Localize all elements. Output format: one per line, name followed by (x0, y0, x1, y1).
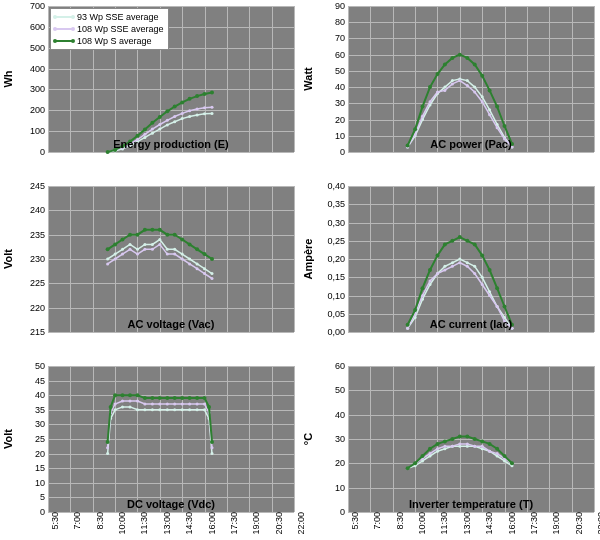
y-tick: 0,30 (327, 218, 348, 228)
y-tick: 60 (335, 50, 348, 60)
panel-dc-voltage: 051015202530354045505:307:008:3010:0011:… (0, 360, 300, 540)
y-tick: 235 (30, 230, 48, 240)
svg-point-185 (136, 408, 139, 411)
svg-point-270 (473, 437, 477, 441)
svg-point-81 (450, 56, 454, 60)
y-tick: 50 (335, 385, 348, 395)
svg-point-215 (109, 405, 113, 409)
svg-point-205 (158, 403, 161, 406)
svg-point-117 (196, 267, 199, 270)
svg-point-168 (428, 268, 432, 272)
svg-point-92 (121, 248, 124, 251)
y-tick: 50 (335, 66, 348, 76)
legend-label: 93 Wp SSE average (77, 12, 159, 22)
svg-point-86 (488, 88, 492, 92)
plot-area: 0102030405060708090 (348, 6, 594, 152)
svg-point-88 (503, 124, 507, 128)
y-tick: 80 (335, 17, 348, 27)
x-tick: 11:30 (137, 512, 149, 535)
y-tick: 5 (40, 492, 48, 502)
svg-point-258 (496, 452, 499, 455)
svg-point-162 (496, 305, 499, 308)
svg-point-209 (188, 403, 191, 406)
svg-point-66 (451, 82, 454, 85)
y-tick: 40 (35, 390, 48, 400)
y-tick: 0 (340, 147, 348, 157)
svg-point-271 (480, 439, 484, 443)
y-tick: 245 (30, 181, 48, 191)
svg-point-115 (181, 258, 184, 261)
plot-area: 0,000,050,100,150,200,250,300,350,40 (348, 186, 594, 332)
y-tick: 0,05 (327, 309, 348, 319)
svg-point-208 (181, 403, 184, 406)
svg-point-196 (211, 452, 214, 455)
svg-point-125 (143, 228, 147, 232)
svg-point-225 (180, 396, 184, 400)
y-axis-label: Volt (2, 249, 14, 269)
svg-point-38 (165, 109, 169, 113)
y-tick: 230 (30, 254, 48, 264)
legend-swatch-icon (55, 28, 73, 30)
svg-point-85 (480, 74, 484, 78)
svg-point-133 (203, 252, 207, 256)
y-tick: 0,15 (327, 272, 348, 282)
svg-point-218 (128, 393, 132, 397)
svg-point-63 (429, 100, 432, 103)
svg-point-266 (443, 439, 447, 443)
svg-point-7 (158, 128, 161, 131)
svg-point-204 (151, 403, 154, 406)
x-tick: 5:30 (348, 512, 360, 530)
x-tick: 19:00 (249, 512, 261, 535)
svg-point-62 (421, 115, 424, 118)
svg-point-99 (173, 248, 176, 251)
x-tick: 13:00 (460, 512, 472, 535)
svg-point-14 (211, 112, 214, 115)
svg-point-263 (421, 454, 425, 458)
svg-point-188 (158, 408, 161, 411)
svg-point-128 (165, 233, 169, 237)
chart-title: AC voltage (Vac) (48, 318, 294, 330)
svg-point-223 (165, 396, 169, 400)
svg-point-249 (429, 452, 432, 455)
svg-point-69 (473, 91, 476, 94)
svg-point-132 (195, 247, 199, 251)
svg-point-130 (180, 238, 184, 242)
svg-point-53 (466, 79, 469, 82)
x-tick: 14:30 (482, 512, 494, 535)
svg-point-252 (451, 445, 454, 448)
svg-point-193 (196, 408, 199, 411)
y-tick: 0,40 (327, 181, 348, 191)
x-tick: 10:00 (415, 512, 427, 535)
svg-point-152 (421, 294, 424, 297)
svg-point-194 (203, 408, 206, 411)
chart-title: AC current (Iac) (348, 318, 594, 330)
svg-point-26 (188, 109, 191, 112)
y-tick: 0,00 (327, 327, 348, 337)
svg-point-121 (113, 242, 117, 246)
svg-point-24 (173, 115, 176, 118)
svg-point-65 (443, 89, 446, 92)
svg-point-67 (458, 79, 461, 82)
plot-area: 215220225230235240245 (48, 186, 294, 332)
svg-point-12 (196, 113, 199, 116)
svg-point-95 (143, 243, 146, 246)
panel-ac-power: 0102030405060708090WattAC power (Pac) (300, 0, 600, 180)
svg-point-96 (151, 243, 154, 246)
svg-point-274 (503, 454, 507, 458)
svg-point-64 (436, 91, 439, 94)
svg-point-143 (466, 261, 469, 264)
svg-point-108 (129, 248, 132, 251)
chart-grid: 0100200300400500600700WhEnergy productio… (0, 0, 600, 540)
x-tick: 20:30 (272, 512, 284, 535)
svg-point-255 (473, 445, 476, 448)
svg-point-82 (458, 53, 462, 57)
svg-point-104 (211, 272, 214, 275)
chart-title: DC voltage (Vdc) (48, 498, 294, 510)
svg-point-191 (181, 408, 184, 411)
y-tick: 700 (30, 1, 48, 11)
y-tick: 20 (35, 449, 48, 459)
svg-point-211 (203, 403, 206, 406)
svg-point-269 (465, 435, 469, 439)
svg-point-78 (428, 85, 432, 89)
x-tick: 7:00 (70, 512, 82, 530)
